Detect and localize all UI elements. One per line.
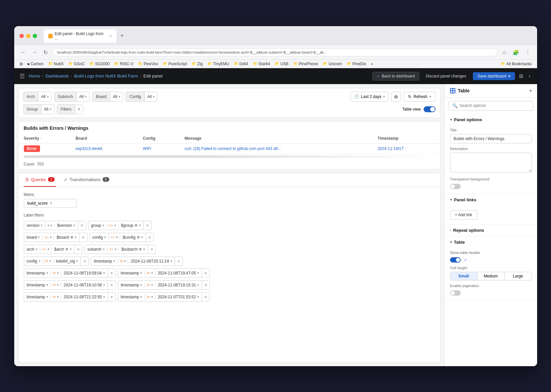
refresh-button[interactable]: ↻ Refresh ▾	[404, 92, 435, 102]
board-filter[interactable]: Board All ▾	[92, 92, 123, 102]
panel-description-input[interactable]	[450, 153, 532, 172]
timestamp-value[interactable]: 2024-11-19t17:	[378, 146, 404, 151]
panel-options-header[interactable]: ▾ Panel options	[445, 114, 537, 125]
right-panel-chevron-icon[interactable]: ▾	[529, 88, 532, 93]
filter-pill-close[interactable]: ×	[108, 292, 115, 302]
filter-pill-val[interactable]: $group ✕ ▾	[118, 223, 144, 228]
bookmark-zig[interactable]: 📁 Zig	[192, 62, 203, 66]
add-link-button[interactable]: + Add link	[450, 210, 477, 220]
filter-pill-op[interactable]: != ▾	[118, 259, 128, 263]
filter-pill-val[interactable]: 2024-11-06T19:58:04 ▾	[61, 271, 107, 275]
filter-pill-name[interactable]: timestamp ▾	[24, 295, 51, 299]
breadcrumb-home[interactable]: Home	[29, 74, 40, 78]
bookmark-apps[interactable]: ⊞	[20, 62, 23, 66]
breadcrumb-dashboards[interactable]: Dashboards	[46, 74, 69, 78]
forward-nav-button[interactable]: →	[31, 48, 39, 57]
filters-plus[interactable]: +	[75, 105, 83, 114]
enable-pagination-toggle[interactable]	[450, 290, 461, 296]
bookmark-usb[interactable]: 📁 USB	[275, 62, 289, 66]
filter-pill-close[interactable]: ×	[202, 280, 209, 290]
filter-pill-val[interactable]: $arch ✕ ▾	[52, 247, 74, 252]
new-tab-button[interactable]: +	[118, 32, 127, 39]
arch-value[interactable]: All ▾	[38, 92, 51, 101]
config-value[interactable]: All ▾	[145, 92, 157, 101]
bookmark-all[interactable]: 📁 All Bookmarks	[501, 62, 532, 66]
cell-height-small-button[interactable]: Small	[450, 272, 478, 280]
minimize-traffic-light[interactable]	[26, 34, 30, 38]
more-options-button[interactable]: ›	[527, 72, 531, 80]
browser-tab[interactable]: Edit panel - Build Logs from ... ✕	[44, 29, 116, 43]
filters-button[interactable]: Filters +	[57, 104, 83, 114]
filter-pill-val[interactable]: 2024-11-06T19:47:05 ▾	[155, 271, 202, 275]
filter-pill-op[interactable]: =~ ▾	[107, 223, 118, 227]
filter-pill-val[interactable]: 2024-11-06T20:11:24 ▾	[128, 259, 174, 264]
bookmark-pinedio[interactable]: 📁 PineDio	[347, 62, 366, 66]
filter-pill-val[interactable]: 2024-11-06T19:15:31 ▾	[155, 283, 202, 287]
filter-pill-name[interactable]: subarch ▾	[85, 247, 108, 252]
timestamp-column-header[interactable]: Timestamp	[372, 133, 440, 144]
board-link[interactable]: esp32c3-devkit	[75, 146, 102, 151]
filter-pill-close[interactable]: ×	[79, 233, 87, 242]
menu-button[interactable]: ⋮	[524, 48, 532, 57]
bookmark-0x64[interactable]: 📁 0x64	[234, 62, 248, 66]
zoom-out-button[interactable]: ⊖	[391, 92, 401, 102]
filter-pill-name[interactable]: board ▾	[24, 235, 43, 240]
discard-button[interactable]: Discard panel changes	[422, 72, 470, 80]
filter-pill-close[interactable]: ×	[80, 257, 88, 266]
repeat-options-header[interactable]: › Repeat options	[445, 224, 537, 236]
cell-height-medium-button[interactable]: Medium	[478, 272, 505, 280]
bookmark-riscv[interactable]: 📁 RISC-V	[114, 62, 133, 66]
filter-pill-val[interactable]: 2024-11-07T01:53:52 ▾	[155, 295, 202, 299]
filter-pill-op[interactable]: != ▾	[43, 259, 53, 263]
filter-pill-op[interactable]: != ▾	[51, 295, 61, 299]
extensions-button[interactable]: 🧩	[511, 48, 521, 57]
bookmark-unicorn[interactable]: 📁 Unicorn	[323, 62, 342, 66]
filter-pill-name[interactable]: config ▾	[24, 259, 43, 264]
queries-tab[interactable]: ☰ Queries 1	[24, 173, 56, 187]
filter-pill-op[interactable]: != ▾	[145, 283, 155, 287]
filter-pill-val[interactable]: $board ✕ ▾	[54, 235, 79, 240]
filter-pill-op[interactable]: =~ ▾	[40, 247, 52, 251]
config-link[interactable]: WIFI	[143, 146, 151, 151]
subarch-value[interactable]: All ▾	[77, 92, 89, 101]
filter-pill-val[interactable]: leds64_zig ▾	[53, 259, 80, 264]
filter-pill-name[interactable]: config ▾	[90, 235, 109, 240]
filter-pill-close[interactable]: ×	[74, 245, 82, 254]
bookmark-nuttx[interactable]: 📁 NuttX	[48, 62, 64, 66]
filter-pill-name[interactable]: group ▾	[88, 223, 107, 228]
filter-pill-close[interactable]: ×	[146, 233, 154, 242]
bookmark-pinevox[interactable]: 📁 PineVox	[138, 62, 158, 66]
filter-pill-name[interactable]: version ▾	[24, 223, 46, 228]
message-link[interactable]: curl: (28) Failed to connect to github.c…	[185, 146, 281, 151]
filter-pill-val[interactable]: $config ✕ ▾	[120, 235, 146, 240]
url-bar[interactable]: localhost:3000/d/fe2bqg6uk7nr4a/build-lo…	[52, 48, 497, 56]
filter-pill-val[interactable]: 2024-11-06T21:22:55 ▾	[61, 295, 107, 299]
filter-pill-val[interactable]: $version ▾	[55, 223, 78, 228]
back-to-dashboard-button[interactable]: ← Back to dashboard	[372, 72, 419, 80]
filter-pill-close[interactable]: ×	[202, 292, 209, 302]
save-dashboard-button[interactable]: Save dashboard ▾	[473, 72, 515, 80]
transformations-tab[interactable]: ⤢ Transformations 5	[63, 173, 111, 187]
metric-select[interactable]: build_score ▾	[24, 199, 77, 208]
filter-pill-name[interactable]: timestamp ▾	[24, 283, 51, 287]
filter-pill-name[interactable]: timestamp ▾	[118, 295, 145, 299]
bookmark-button[interactable]: ☆	[501, 48, 508, 57]
bookmark-more[interactable]: »	[371, 62, 373, 66]
group-filter[interactable]: Group All ▾	[23, 104, 55, 114]
filter-pill-op[interactable]: != ▾	[51, 283, 61, 287]
bookmark-pinephone[interactable]: 📁 PinePhone	[293, 62, 318, 66]
filter-pill-op[interactable]: =~ ▾	[43, 235, 54, 239]
bookmark-tinyemu[interactable]: 📁 TinyEMU	[207, 62, 229, 66]
breadcrumb-build-logs[interactable]: Build Logs from NuttX Build Farm	[74, 74, 138, 78]
back-nav-button[interactable]: ←	[20, 48, 27, 57]
transparent-bg-toggle[interactable]	[450, 184, 461, 189]
tab-close-button[interactable]: ✕	[109, 34, 112, 38]
bookmark-purescript[interactable]: 📁 PureScript	[163, 62, 187, 66]
config-column-header[interactable]: Config	[138, 133, 179, 144]
filter-pill-op[interactable]: =~ ▾	[108, 247, 119, 251]
filter-pill-close[interactable]: ×	[78, 221, 86, 230]
message-column-header[interactable]: Message	[179, 133, 372, 144]
panel-links-header[interactable]: ▾ Panel links	[445, 194, 537, 206]
subarch-filter[interactable]: SubArch All ▾	[54, 92, 90, 102]
group-value[interactable]: All ▾	[41, 105, 54, 114]
